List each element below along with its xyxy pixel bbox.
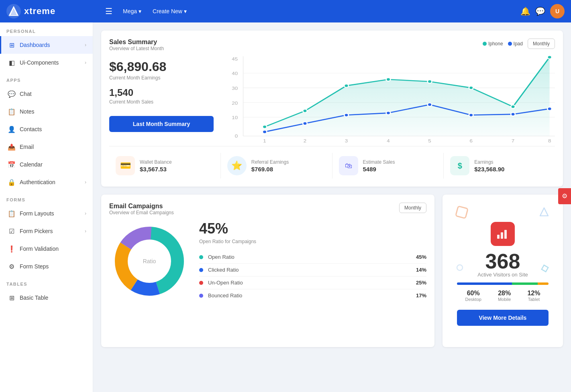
basic-table-icon: ⊞ [8,294,16,302]
sidebar-item-label: Contacts [20,126,86,132]
visitor-subtitle: Active Visitors on Site [477,272,528,278]
svg-marker-46 [540,208,548,216]
contacts-icon: 👤 [8,125,16,133]
sidebar-item-label: Form Pickers [20,228,85,234]
logo-text: xtreme [24,6,55,16]
sidebar-item-basic-table[interactable]: ⊞ Basic Table [0,289,93,307]
sidebar-item-contacts[interactable]: 👤 Contacts [0,120,93,138]
email-title: Email Campaigns [109,203,174,210]
sidebar-item-form-pickers[interactable]: ☑ Form Pickers › [0,222,93,240]
email-icon: 📤 [8,143,16,151]
ui-components-icon: ◧ [8,59,16,67]
breakdown-mobile: 28% Mobile [498,290,511,302]
settings-tab[interactable]: ⚙ [558,188,571,204]
create-new-btn[interactable]: Create New ▾ [149,6,191,17]
sidebar-item-form-validation[interactable]: ❗ Form Validation [0,240,93,258]
gear-icon: ⚙ [562,192,567,200]
svg-point-35 [428,103,432,106]
donut-stats: 45% Open Ratio for Campaigns Open Ratio … [199,220,426,302]
sidebar-item-form-steps[interactable]: ⚙ Form Steps [0,258,93,275]
sidebar-item-authentication[interactable]: 🔒 Authentication › [0,173,93,191]
svg-point-24 [303,109,307,112]
sidebar-item-notes[interactable]: 📋 Notes [0,103,93,120]
sidebar: PERSONAL ⊞ Dashboards › ◧ Ui-Components … [0,22,93,392]
sales-right: Iphone Ipad Monthly [222,39,555,146]
svg-rect-47 [542,265,548,272]
svg-point-30 [547,55,552,59]
email-campaigns-card: Email Campaigns Overview of Email Campai… [101,195,434,347]
chat-icon: 💬 [8,90,16,98]
sales-value: 1,540 [109,87,214,98]
svg-text:7: 7 [512,138,515,143]
sidebar-item-form-layouts[interactable]: 📋 Form Layouts › [0,205,93,222]
stat-estimate-value: 5489 [363,166,395,173]
chevron-right-icon: › [85,42,86,48]
bar-chart-icon [496,227,509,240]
sales-summary-card: Sales Summary Overview of Latest Month $… [101,30,563,187]
visitor-bar [457,282,549,285]
layout: PERSONAL ⊞ Dashboards › ◧ Ui-Components … [0,22,571,392]
ratio-open-value: 45% [416,254,426,260]
authentication-icon: 🔒 [8,178,16,186]
tables-label: TABLES [0,275,93,289]
avatar[interactable]: U [550,4,565,18]
bar-tablet [538,282,549,285]
desktop-label: Desktop [465,297,481,302]
sidebar-item-label: Form Validation [20,246,86,252]
sidebar-item-label: Basic Table [20,295,86,301]
stat-referral-value: $769.08 [251,166,289,173]
sidebar-item-label: Chat [20,91,86,97]
ratio-unopen-left: Un-Open Ratio [199,280,243,286]
svg-point-29 [511,105,515,108]
svg-rect-50 [501,232,503,239]
sidebar-item-label: Ui-Components [20,59,85,66]
notifications-btn[interactable]: 🔔 [520,6,530,16]
bounced-dot [199,294,203,298]
sidebar-item-chat[interactable]: 💬 Chat [0,85,93,103]
visitor-breakdown: 60% Desktop 28% Mobile 12% Tablet [457,290,549,302]
view-more-details-btn[interactable]: View More Details [457,310,549,326]
form-steps-icon: ⚙ [8,262,16,270]
svg-point-31 [263,130,267,133]
open-dot [199,255,203,259]
sales-left: Sales Summary Overview of Latest Month $… [109,39,222,146]
stat-estimate-text: Estimate Sales 5489 [363,159,395,173]
form-layouts-icon: 📋 [8,209,16,217]
svg-text:2: 2 [304,138,307,143]
sidebar-item-ui-components[interactable]: ◧ Ui-Components › [0,54,93,71]
hamburger-icon[interactable]: ☰ [105,6,112,16]
sales-chart: 0 10 20 30 40 45 1 2 3 4 5 6 7 [222,52,555,144]
svg-point-28 [469,86,473,89]
donut-svg: Ratio [109,221,190,301]
stat-wallet-text: Wallet Balance $3,567.53 [140,159,172,173]
svg-text:45: 45 [232,57,238,61]
ratio-open-left: Open Ratio [199,254,235,260]
topnav-right: 🔔 💬 U [520,4,565,18]
stat-referral-text: Referral Earnings $769.08 [251,159,289,173]
ratio-bounced-value: 17% [416,292,426,299]
mega-menu-btn[interactable]: Mega ▾ [119,6,145,17]
big-percent: 45% [199,220,426,237]
bottom-row: Email Campaigns Overview of Email Campai… [101,195,563,347]
deco-circle [456,264,463,273]
sales-subtitle: Overview of Latest Month [109,46,214,51]
stat-earnings: $ Earnings $23,568.90 [444,153,555,179]
sidebar-item-email[interactable]: 📤 Email [0,138,93,156]
svg-rect-51 [504,230,507,239]
sales-filter-btn[interactable]: Monthly [528,39,555,49]
forms-label: FORMS [0,191,93,205]
email-filter-btn[interactable]: Monthly [399,203,426,213]
sidebar-item-calendar[interactable]: 📅 Calendar [0,156,93,173]
svg-text:5: 5 [428,138,431,143]
last-month-summary-btn[interactable]: Last Month Summary [109,116,214,132]
clicked-dot [199,268,203,272]
email-header: Email Campaigns Overview of Email Campai… [109,203,426,215]
mobile-pct: 28% [498,290,511,297]
ratio-bounced-left: Bounced Ratio [199,292,242,299]
svg-point-36 [469,114,473,117]
stats-row: 💳 Wallet Balance $3,567.53 ⭐ Referral Ea… [109,146,555,179]
sidebar-item-dashboards[interactable]: ⊞ Dashboards › [0,36,93,54]
svg-text:20: 20 [232,101,238,106]
svg-text:Ratio: Ratio [143,258,156,264]
messages-btn[interactable]: 💬 [535,6,545,16]
